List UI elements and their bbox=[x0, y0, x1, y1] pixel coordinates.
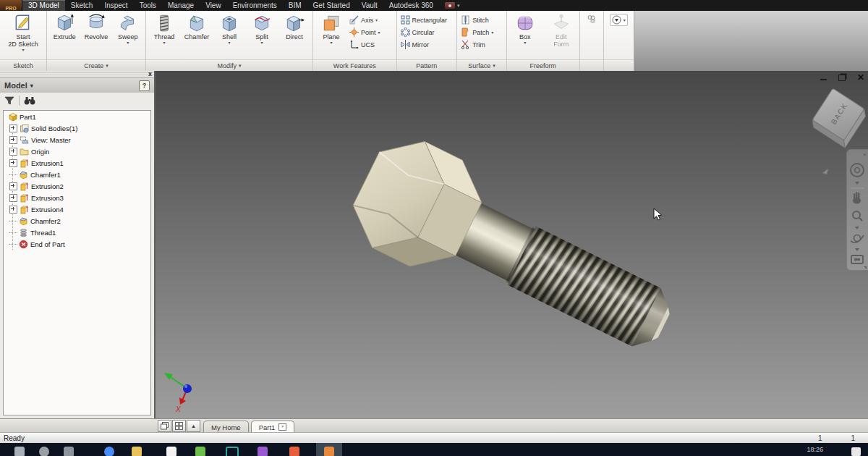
expand-plus-icon[interactable] bbox=[9, 159, 17, 167]
panel-caption-create[interactable]: Create▾ bbox=[47, 59, 145, 71]
tree-item-extrusion2[interactable]: Extrusion2 bbox=[4, 180, 150, 192]
axis-button[interactable]: Axis ▾ bbox=[348, 14, 382, 25]
expand-plus-icon[interactable] bbox=[9, 206, 17, 214]
start-2d-sketch-button[interactable]: Start2D Sketch ▾ bbox=[2, 12, 44, 52]
ucs-button[interactable]: UCS bbox=[348, 39, 382, 50]
close-icon[interactable]: ✕ bbox=[857, 74, 864, 81]
tab-autodesk-360[interactable]: Autodesk 360 bbox=[383, 0, 439, 11]
taskbar-search-icon[interactable] bbox=[39, 447, 49, 456]
direct-button[interactable]: Direct bbox=[278, 12, 310, 41]
freeform-box-button[interactable]: Box ▾ bbox=[509, 12, 541, 45]
ribbon-display-dropdown[interactable]: ▾ bbox=[610, 14, 628, 26]
expand-plus-icon[interactable] bbox=[9, 136, 17, 144]
panel-caption-surface[interactable]: Surface▾ bbox=[457, 59, 506, 71]
circular-pattern-button[interactable]: Circular bbox=[399, 27, 449, 38]
screen-record-button[interactable]: ▾ bbox=[439, 0, 466, 11]
point-button[interactable]: Point ▾ bbox=[348, 27, 382, 38]
3d-viewport[interactable]: X BACK ✕ × bbox=[156, 71, 868, 418]
tree-item-origin[interactable]: Origin bbox=[4, 145, 150, 157]
look-at-icon[interactable] bbox=[851, 256, 863, 263]
taskbar-teal-app-icon[interactable] bbox=[226, 447, 239, 456]
taskbar-task-view-icon[interactable] bbox=[64, 447, 74, 456]
wheel-dropdown-icon[interactable] bbox=[855, 182, 859, 185]
tree-item-thread1[interactable]: Thread1 bbox=[4, 227, 150, 238]
restore-icon[interactable] bbox=[838, 75, 846, 81]
zoom-icon[interactable] bbox=[853, 211, 862, 221]
tab-bim[interactable]: BIM bbox=[283, 0, 307, 11]
taskbar-tray-icon[interactable] bbox=[851, 447, 861, 456]
search-binoculars-icon[interactable] bbox=[24, 96, 35, 106]
browser-grab-bar[interactable]: x bbox=[0, 71, 154, 78]
orbit-icon[interactable] bbox=[851, 235, 864, 243]
taskbar-browser-icon[interactable] bbox=[104, 447, 114, 456]
tile-windows-button[interactable] bbox=[172, 420, 186, 432]
cascade-windows-button[interactable] bbox=[158, 420, 171, 432]
tab-manage[interactable]: Manage bbox=[162, 0, 200, 11]
revolve-button[interactable]: Revolve bbox=[81, 12, 112, 41]
expand-plus-icon[interactable] bbox=[9, 124, 17, 132]
tab-tools[interactable]: Tools bbox=[134, 0, 162, 11]
tree-item-extrusion1[interactable]: Extrusion1 bbox=[4, 157, 150, 169]
plane-button[interactable]: Plane ▾ bbox=[315, 12, 347, 45]
tab-get-started[interactable]: Get Started bbox=[307, 0, 356, 11]
tree-item-chamfer2[interactable]: Chamfer2 bbox=[4, 215, 150, 227]
rectangular-pattern-button[interactable]: Rectangular bbox=[399, 14, 449, 25]
navbar-close-icon[interactable]: × bbox=[863, 151, 867, 158]
minimize-icon[interactable] bbox=[820, 79, 827, 80]
taskbar-clock[interactable]: 18:26 bbox=[807, 446, 823, 453]
split-button[interactable]: Split ▾ bbox=[246, 12, 278, 45]
navbar-corner-dropdown-icon[interactable] bbox=[864, 266, 867, 269]
taskbar-red-app-icon[interactable] bbox=[289, 447, 299, 456]
tree-item-extrusion4[interactable]: Extrusion4 bbox=[4, 203, 150, 215]
viewcube-home-arrow-icon[interactable] bbox=[822, 169, 828, 174]
filter-icon[interactable] bbox=[4, 96, 14, 106]
panel-caption-modify[interactable]: Modify▾ bbox=[146, 59, 312, 71]
tab-inspect[interactable]: Inspect bbox=[98, 0, 133, 11]
tree-item-end-of-part[interactable]: End of Part bbox=[4, 238, 150, 250]
tab-close-icon[interactable]: × bbox=[278, 423, 286, 431]
stitch-button[interactable]: Stitch bbox=[459, 14, 495, 25]
taskbar-inventor-icon[interactable] bbox=[324, 447, 334, 456]
tab-sketch[interactable]: Sketch bbox=[65, 0, 99, 11]
bolt-model[interactable] bbox=[340, 125, 690, 379]
taskbar-start-icon[interactable] bbox=[14, 447, 25, 456]
sweep-button[interactable]: Sweep ▾ bbox=[112, 12, 143, 45]
tab-scroll-up-button[interactable]: ▲ bbox=[187, 420, 200, 432]
tab-environments[interactable]: Environments bbox=[227, 0, 283, 11]
tab-vault[interactable]: Vault bbox=[356, 0, 383, 11]
edit-form-button[interactable]: EditForm bbox=[545, 12, 577, 48]
shell-button[interactable]: Shell ▾ bbox=[213, 12, 245, 45]
taskbar-purple-app-icon[interactable] bbox=[258, 447, 268, 456]
tab-my-home[interactable]: My Home bbox=[203, 421, 249, 433]
panel-caption-sketch[interactable]: Sketch bbox=[0, 59, 46, 71]
expand-plus-icon[interactable] bbox=[9, 194, 17, 202]
taskbar-excel-icon[interactable] bbox=[195, 447, 205, 456]
tab-part1[interactable]: Part1 × bbox=[251, 421, 295, 433]
app-logo[interactable]: PRO bbox=[0, 0, 22, 11]
panel-caption-freeform[interactable]: Freeform bbox=[507, 59, 579, 71]
tree-item-view-master[interactable]: View: Master bbox=[4, 134, 150, 145]
taskbar-home-icon[interactable] bbox=[166, 447, 176, 456]
tree-item-solid-bodies[interactable]: Solid Bodies(1) bbox=[4, 122, 150, 134]
browser-header[interactable]: Model ▾ ? bbox=[0, 78, 154, 93]
chamfer-button[interactable]: Chamfer bbox=[181, 12, 213, 41]
navigation-wheel-icon[interactable] bbox=[851, 164, 864, 177]
zoom-dropdown-icon[interactable] bbox=[855, 227, 859, 229]
panel-caption-pattern[interactable]: Pattern bbox=[397, 59, 457, 71]
expand-plus-icon[interactable] bbox=[9, 148, 17, 156]
tree-item-part1[interactable]: Part1 bbox=[4, 111, 150, 122]
browser-close-icon[interactable]: x bbox=[148, 70, 152, 77]
tab-3d-model[interactable]: 3D Model bbox=[22, 0, 65, 11]
tree-item-chamfer1[interactable]: Chamfer1 bbox=[4, 169, 150, 180]
pan-hand-icon[interactable] bbox=[853, 192, 861, 204]
convert-freeform-button[interactable] bbox=[585, 14, 597, 25]
orbit-dropdown-icon[interactable] bbox=[855, 248, 859, 251]
trim-button[interactable]: Trim bbox=[459, 39, 495, 50]
patch-button[interactable]: Patch ▾ bbox=[459, 27, 495, 38]
panel-caption-work-features[interactable]: Work Features bbox=[313, 59, 396, 71]
help-icon[interactable]: ? bbox=[139, 80, 150, 91]
taskbar-explorer-icon[interactable] bbox=[132, 447, 142, 456]
expand-plus-icon[interactable] bbox=[9, 182, 17, 190]
view-cube[interactable]: BACK bbox=[809, 88, 868, 148]
extrude-button[interactable]: Extrude bbox=[49, 12, 80, 41]
